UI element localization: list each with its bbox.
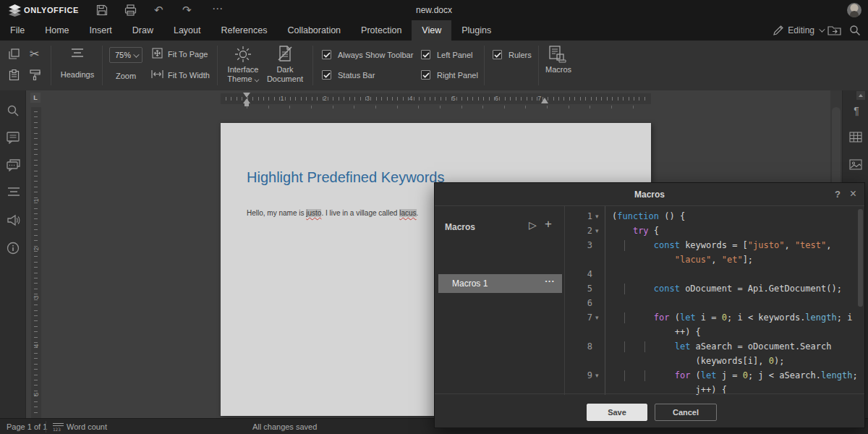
- horizontal-ruler[interactable]: 1234567: [221, 93, 651, 104]
- first-line-indent-marker[interactable]: [243, 93, 250, 98]
- editing-mode-button[interactable]: Editing: [773, 20, 823, 41]
- menu-tab-home[interactable]: Home: [35, 20, 79, 41]
- macros-button-label: Macros: [538, 65, 579, 74]
- highlighted-keyword: justo: [306, 209, 321, 217]
- run-macro-icon[interactable]: ▷: [529, 219, 537, 231]
- fold-arrow-icon[interactable]: ▾: [595, 368, 599, 383]
- open-file-location-icon[interactable]: [827, 25, 841, 35]
- ruler-corner-button[interactable]: [856, 91, 865, 100]
- line-number: 2: [565, 224, 592, 238]
- code-line-8: 8 let aSearch = oDocument.Search (keywor…: [565, 339, 865, 368]
- dark-document-label[interactable]: Dark Document: [265, 65, 305, 84]
- left-panel-checkbox[interactable]: [421, 50, 430, 59]
- print-icon[interactable]: [124, 4, 137, 17]
- menu-tab-layout[interactable]: Layout: [163, 20, 211, 41]
- vertical-ruler[interactable]: 12345: [31, 107, 41, 418]
- cut-icon[interactable]: ✂: [30, 47, 39, 61]
- format-painter-icon[interactable]: [30, 69, 41, 80]
- autosave-status: All changes saved: [252, 422, 317, 431]
- menu-tabs: FileHomeInsertDrawLayoutReferencesCollab…: [0, 23, 501, 35]
- save-icon[interactable]: [96, 4, 109, 17]
- fit-to-page-icon[interactable]: [152, 48, 163, 59]
- help-icon[interactable]: ?: [835, 189, 841, 200]
- left-panel-label[interactable]: Left Panel: [437, 51, 473, 59]
- dialog-header[interactable]: Macros ? ×: [435, 183, 864, 206]
- close-icon[interactable]: ×: [850, 187, 856, 200]
- menu-tab-view[interactable]: View: [412, 20, 451, 41]
- paste-icon[interactable]: [9, 69, 20, 80]
- feedback-icon[interactable]: [7, 214, 20, 227]
- macros-button[interactable]: Macros: [538, 42, 579, 88]
- image-settings-icon[interactable]: [849, 159, 862, 172]
- zoom-select[interactable]: 75%: [109, 47, 142, 63]
- menu-tab-references[interactable]: References: [210, 20, 277, 41]
- search-icon[interactable]: [849, 25, 861, 36]
- document-paragraph: Hello, my name is justo. I live in a vil…: [247, 209, 418, 217]
- menu-tab-file[interactable]: File: [0, 20, 35, 41]
- ruler-number: 3: [33, 294, 40, 301]
- macro-item-menu-icon[interactable]: ...: [545, 273, 555, 284]
- line-number: 8: [565, 339, 592, 354]
- macro-code-editor[interactable]: 1▾(function () {2▾ try {3 const keywords…: [565, 206, 865, 395]
- macro-list-item[interactable]: Macros 1 ...: [438, 274, 562, 293]
- menu-tab-protection[interactable]: Protection: [351, 20, 412, 41]
- search-panel-icon[interactable]: [7, 104, 20, 117]
- always-show-toolbar-checkbox[interactable]: [322, 50, 331, 59]
- comments-panel-icon[interactable]: [7, 132, 20, 145]
- tab-stop-selector[interactable]: L: [30, 93, 41, 103]
- macros-list-header: Macros: [445, 222, 475, 232]
- navigation-panel-icon[interactable]: [7, 187, 20, 200]
- table-settings-icon[interactable]: [849, 132, 862, 145]
- undo-icon[interactable]: ↶: [154, 4, 166, 16]
- indent-guide: [624, 284, 625, 294]
- redo-icon[interactable]: ↷: [182, 4, 195, 16]
- right-indent-marker[interactable]: [541, 98, 548, 103]
- fit-to-width-icon[interactable]: [151, 69, 163, 79]
- fit-to-width-label[interactable]: Fit To Width: [168, 71, 210, 80]
- rulers-checkbox[interactable]: [493, 50, 502, 59]
- right-panel-checkbox[interactable]: [421, 70, 430, 80]
- chat-panel-icon[interactable]: [7, 159, 20, 172]
- save-button[interactable]: Save: [587, 404, 647, 421]
- indent-guide: [624, 370, 625, 381]
- user-avatar[interactable]: [847, 3, 861, 17]
- fold-arrow-icon[interactable]: ▾: [595, 310, 599, 325]
- paragraph-settings-icon[interactable]: ¶: [850, 105, 863, 118]
- about-icon[interactable]: [7, 242, 20, 255]
- menu-tab-collaboration[interactable]: Collaboration: [277, 20, 351, 41]
- headings-icon[interactable]: [69, 48, 85, 58]
- fold-arrow-icon[interactable]: ▾: [595, 224, 599, 238]
- add-macro-icon[interactable]: +: [545, 217, 552, 231]
- code-scrollbar-thumb[interactable]: [858, 209, 863, 307]
- left-indent-marker[interactable]: [243, 98, 250, 103]
- headings-label[interactable]: Headings: [59, 70, 95, 79]
- right-panel-label[interactable]: Right Panel: [437, 71, 478, 80]
- fit-to-page-label[interactable]: Fit To Page: [168, 50, 208, 59]
- more-actions-icon[interactable]: ⋯: [212, 2, 223, 15]
- copy-icon[interactable]: [9, 48, 20, 59]
- ruler-number: 4: [33, 342, 40, 349]
- interface-theme-button[interactable]: Interface Theme: [223, 65, 263, 84]
- zoom-label: Zoom: [109, 72, 142, 80]
- ruler-number: 1: [33, 197, 40, 204]
- status-bar-checkbox[interactable]: [322, 70, 331, 80]
- ruler-number: 2: [33, 245, 40, 252]
- menu-tab-plugins[interactable]: Plugins: [451, 20, 501, 41]
- page-indicator[interactable]: Page 1 of 1: [7, 422, 47, 431]
- cancel-button[interactable]: Cancel: [655, 404, 717, 421]
- fold-arrow-icon[interactable]: ▾: [595, 209, 599, 224]
- ruler-number: 3: [364, 95, 373, 102]
- dark-document-icon[interactable]: [277, 45, 293, 62]
- ruler-number: 4: [407, 95, 415, 102]
- always-show-toolbar-label[interactable]: Always Show Toolbar: [338, 51, 413, 59]
- rulers-label[interactable]: Rulers: [509, 51, 532, 59]
- status-bar-label[interactable]: Status Bar: [338, 71, 375, 80]
- pencil-icon: [773, 25, 783, 35]
- word-count-label[interactable]: Word count: [67, 422, 107, 431]
- interface-theme-icon: [234, 46, 252, 63]
- left-indent-handle[interactable]: [244, 103, 249, 106]
- chevron-down-icon: [254, 77, 259, 82]
- left-sidebar: [0, 90, 26, 418]
- menu-tab-draw[interactable]: Draw: [122, 20, 163, 41]
- menu-tab-insert[interactable]: Insert: [80, 20, 122, 41]
